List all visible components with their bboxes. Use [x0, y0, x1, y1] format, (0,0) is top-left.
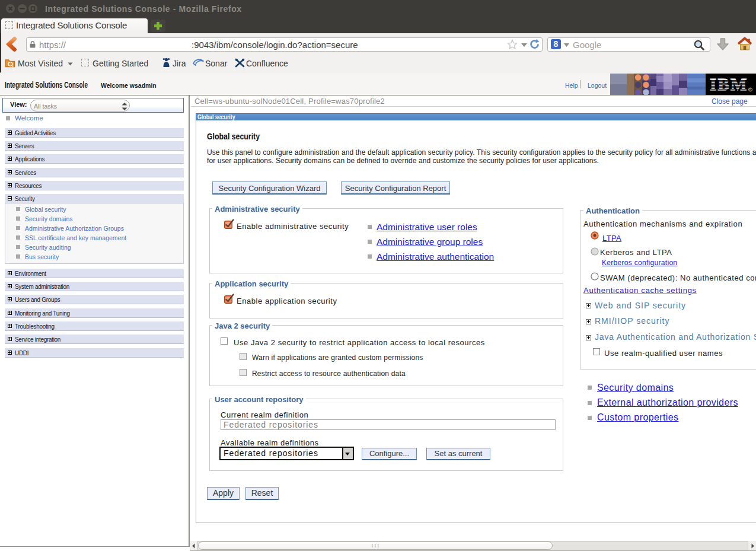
svg-text:R: R	[749, 88, 752, 91]
svg-text:IBM: IBM	[710, 75, 748, 94]
